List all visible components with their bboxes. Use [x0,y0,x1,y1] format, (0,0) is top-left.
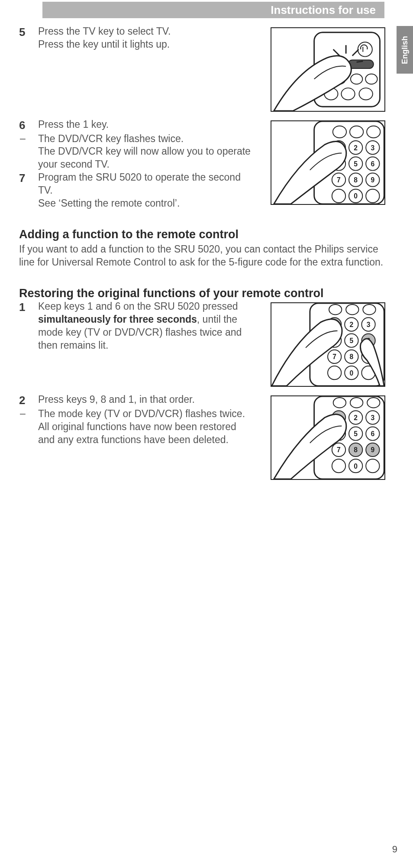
step-7-text: Program the SRU 5020 to operate the seco… [38,171,253,210]
step-7-line1: Program the SRU 5020 to operate the seco… [38,172,241,196]
step-5-line2: Press the key until it lights up. [38,39,170,50]
restore-s2-line1: Press keys 9, 8 and 1, in that order. [38,393,253,406]
step-5-text: Press the TV key to select TV. Press the… [38,25,253,51]
page-content: 5 Press the TV key to select TV. Press t… [19,25,396,482]
illustration-keys-1-6: 1 2 3 4 5 6 7 8 9 [271,302,385,387]
svg-point-41 [332,189,345,203]
svg-point-69 [333,398,346,408]
step-5-group: 5 Press the TV key to select TV. Press t… [19,25,396,118]
svg-text:0: 0 [350,369,354,377]
step-6-7-group: 6 Press the 1 key. – The DVD/VCR key fla… [19,118,396,210]
svg-text:5: 5 [350,337,354,344]
header-bar: Instructions for use [42,2,384,18]
svg-text:8: 8 [350,353,354,361]
restore-s2-dash: The mode key (TV or DVD/VCR) flashes twi… [38,408,245,419]
svg-text:3: 3 [371,144,374,152]
svg-text:9: 9 [371,176,374,184]
restore-s2-line3: All original functions have now been res… [38,421,236,445]
svg-point-44 [346,304,358,315]
step-5-line1: Press the TV key to select TV. [38,26,171,37]
svg-text:6: 6 [371,160,374,168]
step-number-5: 5 [19,25,38,39]
svg-point-92 [332,459,345,473]
step-6-line3: The DVD/VCR key will now allow you to op… [38,146,251,170]
svg-point-43 [329,304,342,315]
svg-point-70 [350,398,363,408]
svg-point-93 [366,459,379,473]
svg-text:7: 7 [337,176,341,184]
svg-text:3: 3 [367,321,371,328]
svg-point-11 [351,74,362,84]
restore-s1-pre: Keep keys 1 and 6 on the SRU 5020 presse… [38,301,238,312]
step-6-text2: The DVD/VCR key flashes twice. The DVD/V… [38,133,253,172]
svg-text:0: 0 [354,463,358,470]
dash-bullet: – [19,408,38,419]
restore-step-1-num: 1 [19,300,38,314]
illustration-tv-key [271,27,385,112]
svg-point-71 [367,398,380,408]
svg-text:3: 3 [371,414,374,421]
dash-bullet: – [19,133,38,144]
step-number-7: 7 [19,171,38,185]
page-number: 9 [392,844,397,855]
svg-text:5: 5 [354,430,358,437]
svg-point-15 [359,88,372,100]
section-restoring: Restoring the original functions of your… [19,286,396,482]
svg-text:6: 6 [371,430,374,437]
step-6-dash: The DVD/VCR key flashes twice. [38,133,184,144]
svg-point-45 [363,304,375,315]
svg-text:7: 7 [337,447,341,454]
svg-point-12 [365,74,377,84]
svg-point-19 [367,126,380,138]
language-tab: English [397,26,413,74]
svg-line-8 [357,61,363,62]
svg-point-1 [358,42,372,56]
illustration-keys-981: 1 2 3 4 5 6 7 8 9 [271,395,385,480]
svg-point-14 [341,88,355,100]
svg-text:2: 2 [354,414,358,421]
svg-text:8: 8 [354,447,358,454]
svg-text:2: 2 [350,321,354,328]
svg-text:8: 8 [354,176,358,184]
restore-s2-text2: The mode key (TV or DVD/VCR) flashes twi… [38,408,253,447]
restore-step-2-group: 2 Press keys 9, 8 and 1, in that order. … [19,393,396,482]
svg-point-18 [350,126,363,138]
svg-point-40 [366,189,379,203]
restore-step-1-group: 1 Keep keys 1 and 6 on the SRU 5020 pres… [19,300,396,393]
step-6-line1: Press the 1 key. [38,118,253,131]
heading-adding-function: Adding a function to the remote control [19,227,396,241]
svg-text:0: 0 [354,192,358,200]
header-title: Instructions for use [271,3,376,17]
step-number-6: 6 [19,118,38,133]
illustration-press-1: 1 2 3 4 5 6 7 8 9 0 [271,120,385,205]
svg-point-17 [333,126,346,138]
svg-text:5: 5 [354,160,358,168]
section-adding-function: Adding a function to the remote control … [19,227,396,269]
svg-text:9: 9 [371,447,374,454]
restore-s1-bold: simultaneously for three seconds [38,314,197,325]
para-adding-function: If you want to add a function to the SRU… [19,243,396,269]
svg-text:2: 2 [354,144,358,152]
svg-text:7: 7 [332,353,336,361]
step-7-line2: See ‘Setting the remote control’. [38,198,180,209]
heading-restoring: Restoring the original functions of your… [19,286,396,300]
restore-step-2-num: 2 [19,393,38,408]
restore-step-1-text: Keep keys 1 and 6 on the SRU 5020 presse… [38,300,253,352]
language-label: English [400,36,410,64]
svg-point-66 [328,366,341,379]
